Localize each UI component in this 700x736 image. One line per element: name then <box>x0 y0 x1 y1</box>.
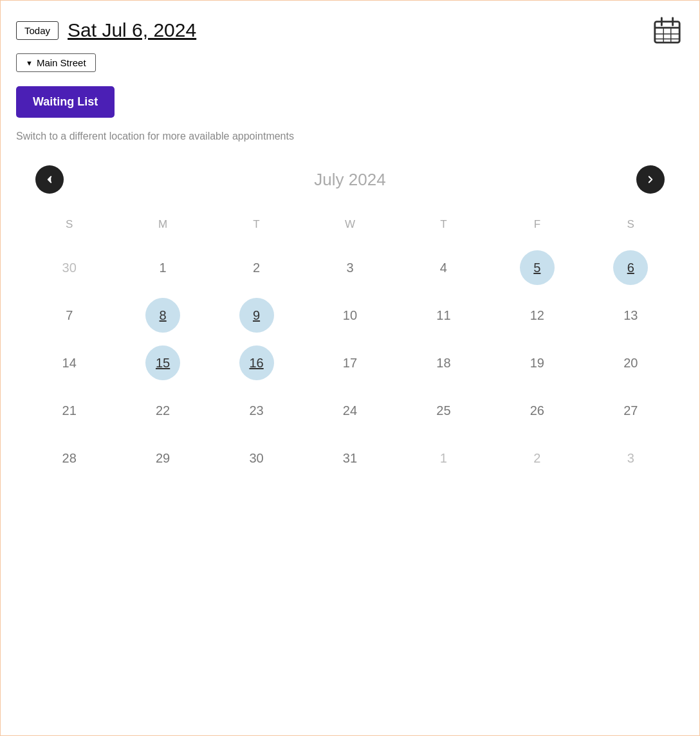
today-button[interactable]: Today <box>16 21 59 40</box>
chevron-left-icon <box>44 174 55 185</box>
day-number[interactable]: 15 <box>145 345 180 380</box>
day-number: 18 <box>426 345 461 380</box>
calendar-week-row: 14151617181920 <box>23 339 677 387</box>
day-number: 28 <box>52 441 87 475</box>
calendar-week-row: 21222324252627 <box>23 387 677 434</box>
day-number: 14 <box>52 345 87 380</box>
day-header: T <box>210 213 303 244</box>
day-number: 26 <box>520 393 555 428</box>
day-header: S <box>584 213 677 244</box>
day-header: S <box>23 213 116 244</box>
calendar-day-cell[interactable]: 6 <box>584 244 677 291</box>
day-number: 29 <box>145 441 180 475</box>
day-number[interactable]: 6 <box>613 250 648 285</box>
calendar-day-cell: 11 <box>397 291 490 339</box>
day-number: 3 <box>333 250 367 285</box>
calendar-day-cell: 2 <box>210 244 303 291</box>
day-number: 23 <box>239 393 274 428</box>
calendar-table: SMTWTFS 30123456789101112131415161718192… <box>23 213 677 482</box>
location-button[interactable]: ▼ Main Street <box>16 53 96 72</box>
calendar-day-cell[interactable]: 15 <box>116 339 209 387</box>
location-name: Main Street <box>37 57 86 68</box>
calendar-body: 3012345678910111213141516171819202122232… <box>23 244 677 482</box>
day-header: W <box>303 213 396 244</box>
calendar-day-cell: 14 <box>23 339 116 387</box>
calendar-day-cell: 18 <box>397 339 490 387</box>
day-number: 10 <box>333 298 367 333</box>
calendar-day-cell: 29 <box>116 434 209 482</box>
calendar-day-cell: 28 <box>23 434 116 482</box>
day-header: M <box>116 213 209 244</box>
day-number: 1 <box>426 441 461 475</box>
day-number: 19 <box>520 345 555 380</box>
day-number: 2 <box>239 250 274 285</box>
next-month-button[interactable] <box>636 165 665 194</box>
day-number: 24 <box>333 393 367 428</box>
calendar-day-cell: 2 <box>490 434 584 482</box>
day-number: 27 <box>613 393 648 428</box>
calendar-day-cell: 26 <box>490 387 584 434</box>
calendar-header-row: SMTWTFS <box>23 213 677 244</box>
calendar-day-cell: 12 <box>490 291 584 339</box>
calendar-day-cell: 4 <box>397 244 490 291</box>
day-number: 1 <box>145 250 180 285</box>
prev-month-button[interactable] <box>35 165 64 194</box>
month-title: July 2024 <box>314 170 385 190</box>
calendar-day-cell: 31 <box>303 434 396 482</box>
day-header: T <box>397 213 490 244</box>
header-row: Today Sat Jul 6, 2024 <box>16 14 684 47</box>
hint-text: Switch to a different location for more … <box>16 131 684 142</box>
calendar-day-cell: 23 <box>210 387 303 434</box>
calendar-day-cell: 30 <box>23 244 116 291</box>
calendar-day-cell: 1 <box>397 434 490 482</box>
day-number: 30 <box>239 441 274 475</box>
day-number: 2 <box>520 441 555 475</box>
calendar-day-cell: 13 <box>584 291 677 339</box>
calendar-day-cell: 22 <box>116 387 209 434</box>
calendar-day-cell: 10 <box>303 291 396 339</box>
day-number: 30 <box>52 250 87 285</box>
day-number[interactable]: 8 <box>145 298 180 333</box>
waiting-list-button[interactable]: Waiting List <box>16 86 115 118</box>
day-number[interactable]: 16 <box>239 345 274 380</box>
calendar-day-cell: 20 <box>584 339 677 387</box>
calendar-nav: July 2024 <box>23 165 677 194</box>
day-number: 7 <box>52 298 87 333</box>
calendar-day-cell[interactable]: 9 <box>210 291 303 339</box>
day-number: 13 <box>613 298 648 333</box>
calendar-day-cell: 24 <box>303 387 396 434</box>
current-date: Sat Jul 6, 2024 <box>68 19 196 41</box>
dropdown-arrow-icon: ▼ <box>26 59 33 67</box>
calendar-day-cell: 30 <box>210 434 303 482</box>
calendar-week-row: 78910111213 <box>23 291 677 339</box>
calendar-week-row: 28293031123 <box>23 434 677 482</box>
calendar-day-cell: 17 <box>303 339 396 387</box>
day-number: 21 <box>52 393 87 428</box>
calendar-day-cell[interactable]: 16 <box>210 339 303 387</box>
day-number[interactable]: 5 <box>520 250 555 285</box>
calendar-day-cell: 1 <box>116 244 209 291</box>
calendar-week-row: 30123456 <box>23 244 677 291</box>
calendar-icon <box>650 14 684 47</box>
calendar-container: July 2024 SMTWTFS 3012345678910111213141… <box>16 165 684 482</box>
day-number: 4 <box>426 250 461 285</box>
chevron-right-icon <box>645 174 656 185</box>
calendar-day-cell[interactable]: 8 <box>116 291 209 339</box>
calendar-day-cell: 19 <box>490 339 584 387</box>
day-number: 31 <box>333 441 367 475</box>
calendar-day-cell[interactable]: 5 <box>490 244 584 291</box>
day-number: 3 <box>613 441 648 475</box>
calendar-day-cell: 3 <box>303 244 396 291</box>
day-number: 20 <box>613 345 648 380</box>
calendar-day-cell: 27 <box>584 387 677 434</box>
calendar-day-cell: 25 <box>397 387 490 434</box>
location-row: ▼ Main Street <box>16 53 684 72</box>
day-header: F <box>490 213 584 244</box>
calendar-day-cell: 21 <box>23 387 116 434</box>
day-number: 11 <box>426 298 461 333</box>
day-number: 22 <box>145 393 180 428</box>
svg-rect-0 <box>655 22 679 43</box>
day-number[interactable]: 9 <box>239 298 274 333</box>
calendar-day-cell: 3 <box>584 434 677 482</box>
calendar-day-cell: 7 <box>23 291 116 339</box>
